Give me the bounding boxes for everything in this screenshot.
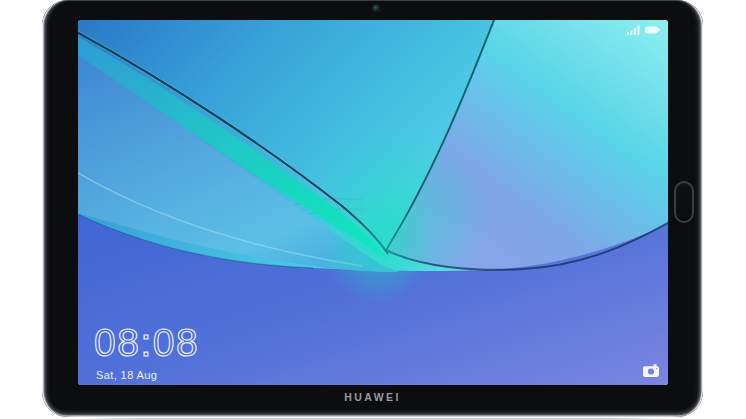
lockscreen[interactable]: 08:08 Sat, 18 Aug [78,20,668,385]
signal-strength-icon [627,25,641,35]
lockscreen-clock: 08:08 [94,323,199,362]
camera-icon[interactable] [642,363,660,378]
product-render-stage: 08:08 Sat, 18 Aug HUAWEI [0,0,746,419]
front-camera-icon [372,4,381,13]
brand-wordmark: HUAWEI [42,391,703,403]
tablet-device: 08:08 Sat, 18 Aug HUAWEI [42,0,703,417]
lockscreen-date: Sat, 18 Aug [96,369,157,381]
status-bar [627,25,660,35]
battery-icon [645,26,660,34]
fingerprint-sensor-button[interactable] [674,181,694,223]
